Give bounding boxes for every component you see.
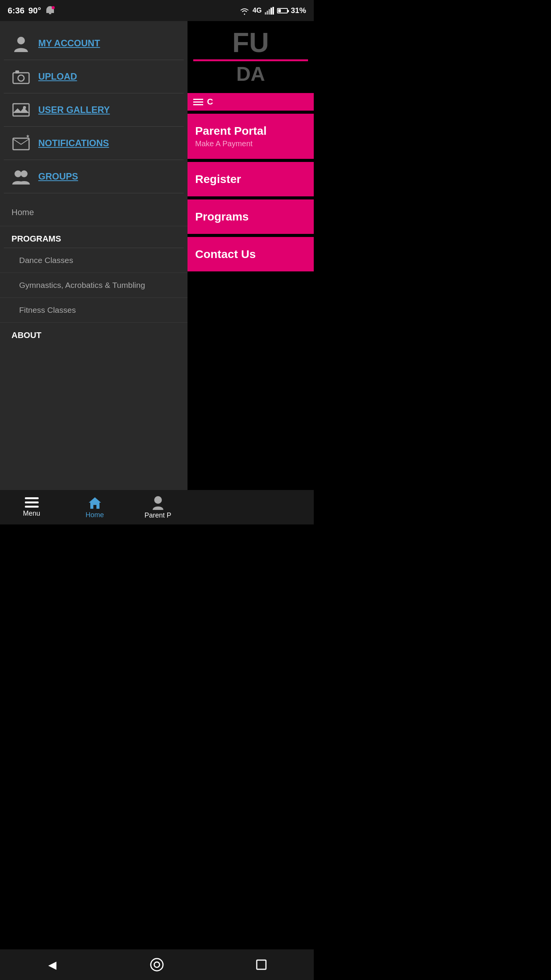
user-gallery-icon (11, 100, 31, 119)
brand-title-line1: FU (193, 29, 308, 56)
menu-bar[interactable]: C (187, 93, 314, 111)
svg-point-20 (154, 496, 162, 504)
main-content: FU DA C Parent Portal Make A Payment Reg… (187, 21, 314, 521)
bottom-nav-menu-label: Menu (23, 510, 40, 518)
bottom-nav-parent-portal-label: Parent P (144, 511, 171, 519)
sidebar-section-programs: PROGRAMS (0, 226, 187, 248)
svg-point-9 (18, 75, 24, 81)
svg-rect-4 (269, 9, 270, 15)
card-parent-portal-subtitle: Make A Payment (195, 139, 306, 148)
status-left: 6:36 90° (8, 5, 55, 16)
hamburger-icon (193, 99, 203, 105)
card-programs-title: Programs (195, 210, 306, 223)
sidebar-drawer: MY ACCOUNT UPLOAD (0, 21, 187, 521)
notifications-label: NOTIFICATIONS (38, 138, 109, 149)
svg-rect-3 (267, 11, 268, 15)
card-register-title: Register (195, 173, 306, 186)
card-programs[interactable]: Programs (187, 199, 314, 234)
divider-5 (4, 193, 184, 193)
groups-icon (11, 167, 31, 186)
bottom-nav-home[interactable]: Home (63, 492, 126, 523)
sidebar-item-gymnastics[interactable]: Gymnastics, Acrobatics & Tumbling (0, 273, 187, 298)
sidebar-item-fitness-classes[interactable]: Fitness Classes (0, 298, 187, 323)
menu-nav-icon (25, 497, 39, 508)
upload-icon (11, 67, 31, 86)
svg-point-1 (52, 6, 55, 9)
svg-rect-10 (15, 70, 19, 74)
sidebar-item-user-gallery[interactable]: USER GALLERY (0, 93, 187, 126)
bottom-nav-home-label: Home (85, 511, 104, 519)
sidebar-user-actions: MY ACCOUNT UPLOAD (0, 21, 187, 199)
user-gallery-label: USER GALLERY (38, 105, 110, 115)
card-register[interactable]: Register (187, 162, 314, 196)
sidebar-item-upload[interactable]: UPLOAD (0, 60, 187, 93)
bottom-navigation: Menu Home Parent P (0, 490, 314, 524)
upload-label: UPLOAD (38, 71, 77, 82)
sidebar-item-my-account[interactable]: MY ACCOUNT (0, 27, 187, 60)
brand-pink-line (193, 59, 308, 61)
card-parent-portal-title: Parent Portal (195, 124, 306, 137)
card-parent-portal[interactable]: Parent Portal Make A Payment (187, 114, 314, 159)
parent-portal-nav-icon (151, 495, 165, 510)
status-right: 4G 31% (240, 6, 306, 15)
svg-rect-18 (25, 501, 39, 503)
svg-marker-14 (26, 134, 29, 137)
battery-level: 31% (291, 6, 306, 15)
svg-point-12 (23, 106, 26, 109)
bottom-nav-menu[interactable]: Menu (0, 493, 63, 521)
svg-point-7 (17, 37, 25, 44)
card-contact-us-title: Contact Us (195, 248, 306, 261)
groups-label: GROUPS (38, 171, 78, 182)
status-bar: 6:36 90° 4G 31% (0, 0, 314, 21)
sidebar-item-dance-classes[interactable]: Dance Classes (0, 248, 187, 273)
time-display: 6:36 (8, 6, 24, 16)
notification-app-icon (45, 5, 55, 16)
svg-rect-2 (265, 12, 266, 15)
notifications-icon (11, 134, 31, 153)
bottom-nav-parent-portal[interactable]: Parent P (126, 492, 189, 523)
svg-point-16 (21, 170, 28, 177)
svg-rect-5 (271, 8, 272, 15)
brand-title-line2: DA (193, 62, 308, 85)
network-indicator: 4G (253, 7, 262, 15)
svg-rect-0 (49, 13, 51, 14)
card-contact-us[interactable]: Contact Us (187, 237, 314, 271)
svg-rect-11 (13, 104, 29, 116)
my-account-label: MY ACCOUNT (38, 38, 100, 49)
action-cards-container: Parent Portal Make A Payment Register Pr… (187, 111, 314, 274)
sidebar-item-notifications[interactable]: NOTIFICATIONS (0, 127, 187, 160)
signal-bars-icon (265, 7, 274, 15)
wifi-icon (240, 7, 249, 15)
svg-point-15 (15, 170, 21, 177)
svg-rect-6 (272, 7, 274, 15)
brand-header: FU DA (187, 21, 314, 93)
my-account-icon (11, 34, 31, 53)
svg-rect-8 (13, 73, 29, 83)
sidebar-nav-home[interactable]: Home (0, 199, 187, 226)
battery-icon (277, 8, 288, 13)
menu-bar-label: C (207, 97, 213, 107)
sidebar-item-groups[interactable]: GROUPS (0, 160, 187, 193)
temperature-display: 90° (28, 6, 41, 16)
home-nav-icon (88, 496, 102, 510)
svg-rect-17 (25, 497, 39, 499)
sidebar-section-about: ABOUT (0, 323, 187, 344)
svg-rect-19 (25, 506, 39, 508)
